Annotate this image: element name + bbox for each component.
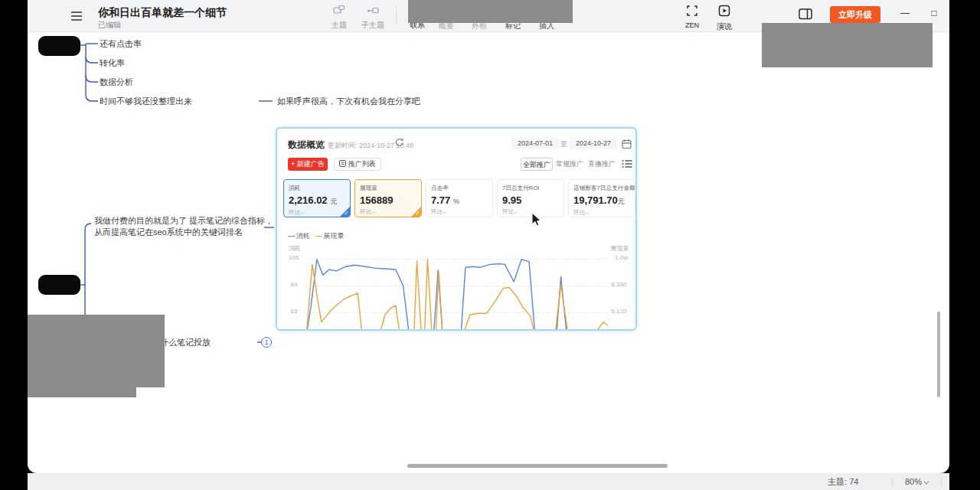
toolbar-present-button[interactable]: 演说 [707, 5, 741, 32]
metric-value: 7.77 [431, 194, 450, 206]
horizontal-scrollbar[interactable] [407, 464, 668, 468]
paid-note-line1: 我做付费的目的就是为了 提示笔记的综合指标， [94, 216, 273, 225]
pillarbox-right [949, 0, 980, 490]
metric-card-payment[interactable]: 店铺新客7日总支付金额 19,791.70元 环比-- [568, 179, 635, 217]
left-tick-2: 84 [291, 281, 298, 288]
mindmap-node-share-note[interactable]: 如果呼声很高，下次有机会我在分享吧 [277, 96, 420, 107]
redaction-bottom-left-2 [27, 387, 136, 397]
list-filter-icon[interactable] [622, 159, 632, 168]
promo-list-button[interactable]: 推广列表 [334, 158, 381, 171]
legend-label-impressions: 展现量 [324, 232, 345, 240]
date-end-field[interactable]: 2024-10-27 [570, 137, 617, 149]
metric-value: 9.95 [502, 194, 521, 206]
tab-regular-promo[interactable]: 常规推广 [554, 158, 586, 171]
metric-label: 店铺新客7日总支付金额 [573, 184, 622, 192]
window-maximize-button[interactable]: □ [924, 3, 944, 23]
upgrade-button[interactable]: 立即升级 [830, 6, 880, 23]
metric-card-impressions[interactable]: 展现量 156889 环比-- ✓ [354, 179, 422, 217]
hamburger-menu-icon[interactable] [70, 11, 83, 21]
tab-live-promo[interactable]: 直播推广 [586, 158, 618, 171]
line-chart [305, 257, 608, 331]
paid-note-line2: 从而提高笔记在seo系统中的关键词排名 [94, 227, 243, 237]
app-window: 你和日出百单就差一个细节 已编辑 主题 子主题 联系 概要 外框 标记 插入 Z… [0, 0, 980, 490]
mindmap-node-analysis[interactable]: 数据分析 [100, 77, 133, 88]
edited-status: 已编辑 [98, 20, 121, 31]
dashboard-title: 数据概览 [288, 139, 325, 152]
toolbar-zen-button[interactable]: ZEN [675, 5, 709, 29]
refresh-icon[interactable] [394, 138, 403, 148]
metric-value: 156889 [360, 194, 393, 206]
right-axis-title: 展现量 [610, 244, 629, 253]
metric-card-roi[interactable]: 7日总支付ROI 9.95 环比-- [497, 179, 564, 217]
dashboard-image-node[interactable]: 数据概览 更新时间: 2024-10-27 10:48 2024-07-01 至… [276, 127, 637, 331]
chevron-down-icon [923, 479, 929, 485]
metric-compare: 环比-- [289, 208, 337, 217]
numbered-badge[interactable]: 1 [261, 337, 272, 348]
left-tick-3: 63 [291, 308, 298, 315]
mindmap-node-clickrate[interactable]: 还有点击率 [100, 38, 142, 50]
left-tick-1: 105 [289, 254, 299, 261]
impressions-line-series [306, 260, 608, 331]
status-separator: | [940, 473, 942, 490]
metric-compare: 环比-- [573, 208, 622, 217]
window-minimize-button[interactable]: — [895, 3, 915, 23]
topic-icon [333, 5, 345, 15]
zen-mode-icon [686, 5, 698, 17]
zen-label: ZEN [675, 21, 709, 29]
pillarbox-left [0, 0, 28, 490]
document-title: 你和日出百单就差一个细节 [98, 6, 227, 20]
metric-compare: 环比-- [360, 207, 408, 216]
present-label: 演说 [707, 21, 741, 32]
right-tick-2: 8,160 [611, 281, 626, 288]
left-axis-title: 消耗 [289, 244, 301, 253]
legend-dash-cost: — [288, 232, 294, 240]
toolbar-divider [396, 8, 397, 24]
subtopic-icon [367, 5, 379, 15]
legend-dash-impressions: — [315, 232, 322, 240]
metric-unit: % [453, 198, 459, 205]
vertical-scrollbar[interactable] [937, 312, 940, 397]
redaction-top-right [762, 23, 933, 67]
mindmap-node-notime[interactable]: 时间不够我还没整理出来 [100, 96, 192, 107]
metric-value: 2,216.02 [289, 194, 328, 206]
metric-label: 消耗 [289, 184, 337, 192]
sidebar-toggle-icon[interactable] [799, 8, 812, 20]
present-play-icon [718, 5, 730, 17]
right-tick-1: 1.0w [615, 254, 628, 261]
metric-compare: 环比-- [502, 207, 550, 216]
tab-all-promo[interactable]: 全部推广 [521, 158, 553, 171]
mindmap-node-paid-note[interactable]: 我做付费的目的就是为了 提示笔记的综合指标， 从而提高笔记在seo系统中的关键词… [94, 215, 275, 238]
date-separator: 至 [560, 139, 567, 149]
check-icon: ✓ [344, 210, 349, 217]
list-icon [339, 160, 346, 167]
redacted-topic-node-top[interactable] [38, 36, 80, 56]
date-start-field[interactable]: 2024-07-01 [511, 137, 559, 149]
right-tick-3: 6,120 [611, 308, 626, 315]
metric-card-ctr[interactable]: 点击率 7.77 % 环比-- [426, 179, 493, 217]
mouse-cursor [531, 212, 542, 227]
toolbar-topic-button[interactable]: 主题 [322, 5, 356, 31]
subtopic-label: 子主题 [356, 20, 390, 31]
metric-label: 7日总支付ROI [502, 184, 550, 192]
status-separator: | [891, 473, 893, 490]
topic-label: 主题 [322, 20, 356, 31]
new-ad-button[interactable]: + 新建广告 [288, 158, 328, 171]
chart-legend[interactable]: — 消耗 — 展现量 [288, 231, 345, 241]
zoom-control[interactable]: 80% [905, 473, 927, 490]
toolbar-subtopic-button[interactable]: 子主题 [356, 5, 390, 31]
metric-value: 19,791.70 [573, 194, 618, 206]
metric-compare: 环比-- [431, 207, 479, 216]
topic-count: 主题: 74 [828, 473, 858, 490]
redaction-toolbar [408, 0, 573, 23]
mindmap-node-conversion[interactable]: 转化率 [100, 57, 125, 69]
redacted-topic-node-bottom[interactable] [38, 275, 80, 295]
calendar-icon[interactable] [622, 139, 632, 149]
metric-unit: 元 [330, 198, 337, 205]
metric-card-cost[interactable]: 消耗 2,216.02 元 环比-- ✓ [283, 179, 351, 217]
status-footer: 主题: 74 | 80% | 大纲 [28, 473, 949, 490]
legend-label-cost: 消耗 [296, 232, 310, 240]
redaction-bottom-left [27, 315, 165, 387]
metric-unit: 元 [618, 198, 625, 205]
metric-label: 点击率 [431, 184, 479, 192]
mindmap-node-bottom-note[interactable]: 什么笔记投放 [160, 337, 211, 348]
